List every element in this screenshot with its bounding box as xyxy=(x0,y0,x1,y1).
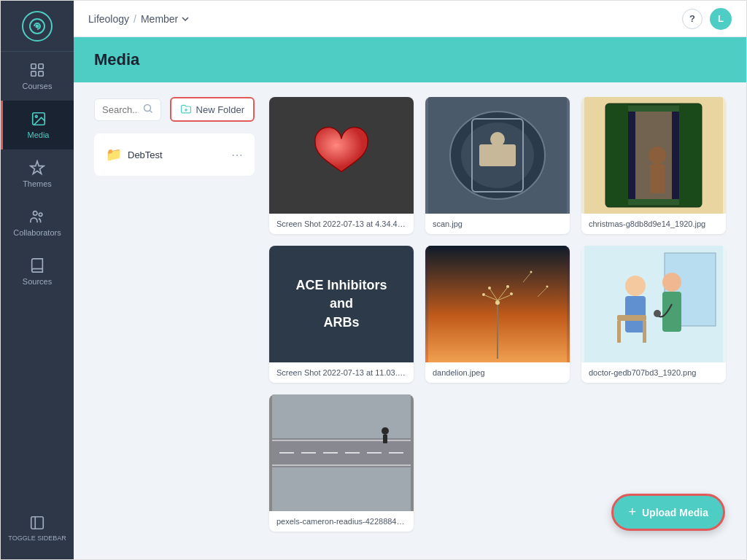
media-filename-scan: scan.jpg xyxy=(425,214,570,234)
themes-label: Themes xyxy=(23,179,52,188)
doctor-svg xyxy=(584,246,723,362)
svg-point-8 xyxy=(39,213,42,217)
new-folder-button[interactable]: New Folder xyxy=(170,97,255,122)
svg-rect-48 xyxy=(662,292,681,332)
svg-rect-58 xyxy=(367,452,382,454)
media-card-doctor[interactable]: doctor-gedb707bd3_1920.png xyxy=(581,246,726,383)
media-filename-pexels: pexels-cameron-readius-4228884.jpg xyxy=(269,511,414,532)
media-thumb-ace: ACE InhibitorsandARBs xyxy=(269,246,414,362)
svg-point-6 xyxy=(35,115,37,117)
collaborators-icon xyxy=(29,209,45,225)
svg-rect-54 xyxy=(279,452,294,454)
svg-point-42 xyxy=(625,276,646,296)
media-thumb-christmas xyxy=(581,97,726,214)
breadcrumb: Lifeology / Member xyxy=(88,13,190,25)
heart-svg xyxy=(309,122,374,188)
media-card-christmas[interactable]: christmas-g8db8d9e14_1920.jpg xyxy=(581,97,726,234)
svg-rect-20 xyxy=(606,104,628,206)
sources-icon xyxy=(29,257,45,273)
svg-point-39 xyxy=(546,286,549,288)
mri-svg xyxy=(428,97,567,214)
toolbar: New Folder xyxy=(94,97,255,122)
media-filename-dandelion: dandelion.jpeg xyxy=(425,362,570,383)
svg-point-37 xyxy=(530,271,533,273)
pexels-svg xyxy=(272,394,411,511)
avatar[interactable]: L xyxy=(710,8,732,30)
media-thumb-doctor xyxy=(581,246,726,362)
svg-rect-45 xyxy=(617,321,621,343)
folder-menu-icon[interactable]: ⋯ xyxy=(231,148,243,162)
svg-point-16 xyxy=(490,132,505,147)
folder-item[interactable]: 📁 DebTest ⋯ xyxy=(100,139,249,170)
ace-text: ACE InhibitorsandARBs xyxy=(296,276,387,332)
media-label: Media xyxy=(28,131,50,139)
breadcrumb-root[interactable]: Lifeology xyxy=(88,13,129,25)
media-filename-christmas: christmas-g8db8d9e14_1920.jpg xyxy=(581,214,726,234)
svg-rect-15 xyxy=(479,144,516,166)
search-input[interactable] xyxy=(102,104,139,115)
page-title: Media xyxy=(94,50,726,69)
chevron-down-icon xyxy=(181,15,190,23)
svg-rect-55 xyxy=(301,452,316,454)
media-card-dandelion[interactable]: dandelion.jpeg xyxy=(425,246,570,383)
sidebar-item-themes[interactable]: Themes xyxy=(1,149,74,198)
sidebar-item-sources[interactable]: Sources xyxy=(1,247,74,296)
svg-point-47 xyxy=(662,273,681,292)
main-content: Lifeology / Member ? L Media xyxy=(74,1,746,559)
svg-rect-1 xyxy=(31,64,36,69)
svg-rect-52 xyxy=(272,440,411,441)
sidebar-item-collaborators[interactable]: Collaborators xyxy=(1,198,74,247)
breadcrumb-separator: / xyxy=(133,13,136,25)
media-thumb-dandelion xyxy=(425,246,570,362)
sidebar-item-media[interactable]: Media xyxy=(1,101,74,149)
svg-point-0 xyxy=(36,25,39,27)
toggle-sidebar-label: TOGGLE SIDEBAR xyxy=(8,534,66,542)
media-card-scan[interactable]: scan.jpg xyxy=(425,97,570,234)
topbar-actions: ? L xyxy=(682,8,732,30)
svg-point-31 xyxy=(506,285,509,288)
media-filename-ace: Screen Shot 2022-07-13 at 11.03.29 ... xyxy=(269,362,414,383)
upload-media-button[interactable]: + Upload Media xyxy=(611,494,725,531)
christmas-svg xyxy=(584,97,723,214)
svg-rect-9 xyxy=(31,517,44,529)
svg-rect-53 xyxy=(272,464,411,466)
svg-point-49 xyxy=(654,310,661,317)
media-icon xyxy=(31,111,47,127)
courses-icon xyxy=(29,62,45,78)
media-card-heart[interactable]: Screen Shot 2022-07-13 at 4.34.43 P... xyxy=(269,97,414,234)
media-filename-heart: Screen Shot 2022-07-13 at 4.34.43 P... xyxy=(269,214,414,234)
svg-rect-3 xyxy=(31,71,36,76)
sidebar: Courses Media Themes Collaborators xyxy=(1,1,74,559)
search-box[interactable] xyxy=(94,98,161,121)
themes-icon xyxy=(29,160,45,176)
svg-point-29 xyxy=(488,287,491,289)
media-grid-panel: Screen Shot 2022-07-13 at 4.34.43 P... xyxy=(269,97,726,545)
logo xyxy=(1,1,74,52)
svg-rect-59 xyxy=(389,452,403,454)
courses-label: Courses xyxy=(23,82,53,90)
media-card-pexels[interactable]: pexels-cameron-readius-4228884.jpg xyxy=(269,394,414,532)
svg-rect-21 xyxy=(679,104,701,206)
folder-list: 📁 DebTest ⋯ xyxy=(94,133,255,176)
media-thumb-pexels xyxy=(269,394,414,511)
media-filename-doctor: doctor-gedb707bd3_1920.png xyxy=(581,362,726,383)
folder-name: DebTest xyxy=(128,149,163,160)
help-button[interactable]: ? xyxy=(682,9,703,29)
breadcrumb-current[interactable]: Member xyxy=(141,13,190,25)
search-icon xyxy=(143,104,153,116)
svg-rect-56 xyxy=(323,452,338,454)
sidebar-toggle[interactable]: TOGGLE SIDEBAR xyxy=(1,505,74,552)
content-area: New Folder 📁 DebTest ⋯ xyxy=(74,82,746,559)
svg-point-7 xyxy=(34,211,38,216)
svg-point-27 xyxy=(495,300,500,305)
media-thumb-mri xyxy=(425,97,570,214)
upload-label: Upload Media xyxy=(642,507,708,518)
collaborators-label: Collaborators xyxy=(13,228,61,237)
svg-rect-61 xyxy=(383,435,387,443)
sidebar-item-courses[interactable]: Courses xyxy=(1,52,74,101)
page-header: Media xyxy=(74,37,746,82)
media-grid: Screen Shot 2022-07-13 at 4.34.43 P... xyxy=(269,97,726,532)
svg-rect-24 xyxy=(650,164,665,193)
svg-rect-57 xyxy=(345,452,360,454)
media-card-ace[interactable]: ACE InhibitorsandARBs Screen Shot 2022-0… xyxy=(269,246,414,383)
